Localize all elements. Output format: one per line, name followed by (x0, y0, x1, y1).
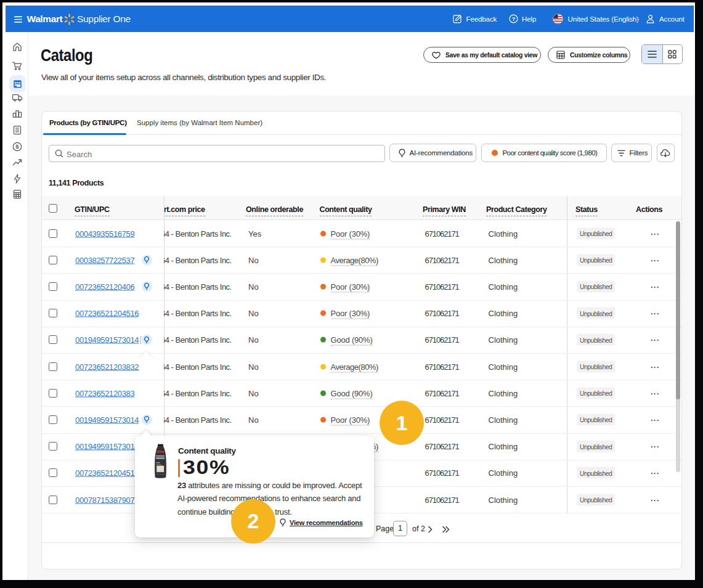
svg-text:?: ? (512, 16, 515, 22)
svg-text:$: $ (15, 143, 19, 150)
